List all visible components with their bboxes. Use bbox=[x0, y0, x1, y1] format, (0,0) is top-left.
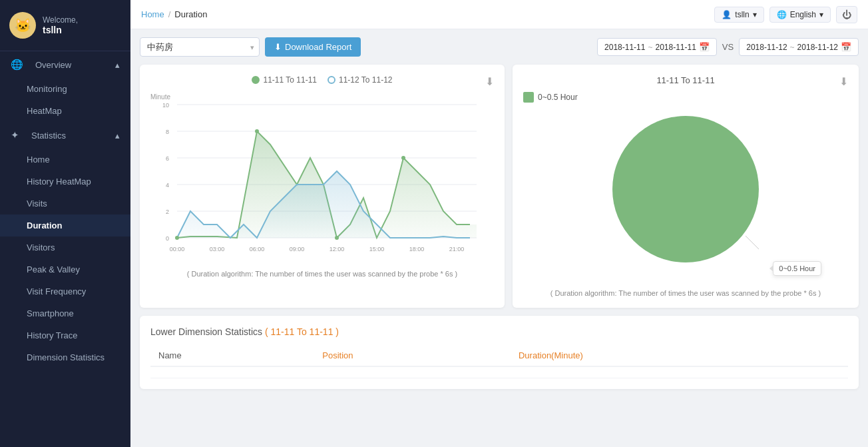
date-range-secondary[interactable]: 2018-11-12 ~ 2018-11-12 📅 bbox=[739, 38, 859, 56]
svg-text:00:00: 00:00 bbox=[170, 246, 185, 252]
sidebar-item-monitoring[interactable]: Monitoring bbox=[0, 78, 130, 100]
sidebar-item-visits[interactable]: Visits bbox=[0, 193, 130, 215]
toolbar-left: 中药房 ▾ ⬇ Download Report bbox=[140, 37, 361, 57]
table-cell-name bbox=[150, 366, 314, 378]
chevron-down-icon: ▾ bbox=[753, 10, 757, 19]
line-chart-container: Minute 10 8 6 4 2 0 bbox=[150, 91, 494, 264]
svg-text:6: 6 bbox=[166, 155, 169, 162]
svg-point-23 bbox=[175, 236, 179, 240]
power-button[interactable]: ⏻ bbox=[836, 6, 857, 23]
pie-tooltip: 0~0.5 Hour bbox=[773, 261, 821, 276]
data-table: Name Position Duration(Minute) bbox=[150, 345, 848, 378]
download-label: Download Report bbox=[285, 42, 351, 52]
chevron-up-icon: ▴ bbox=[115, 60, 120, 70]
location-select-wrapper: 中药房 ▾ bbox=[140, 37, 260, 57]
sidebar-item-dimension-statistics[interactable]: Dimension Statistics bbox=[0, 346, 130, 368]
legend-color-blue bbox=[327, 76, 335, 84]
toolbar-row: 中药房 ▾ ⬇ Download Report 2018-11-11 ~ 201… bbox=[140, 37, 859, 57]
pie-chart-download-button[interactable]: ⬇ bbox=[839, 75, 848, 88]
sidebar-item-history-heatmap[interactable]: History HeatMap bbox=[0, 171, 130, 193]
globe-icon: 🌐 bbox=[777, 10, 787, 19]
svg-text:10: 10 bbox=[162, 102, 169, 109]
sidebar: 🐱 Welcome, tslln 🌐 Overview ▴ Monitoring… bbox=[0, 0, 130, 447]
location-select[interactable]: 中药房 bbox=[140, 37, 260, 57]
col-header-duration: Duration(Minute) bbox=[511, 345, 848, 366]
nav-overview-group: 🌐 Overview ▴ Monitoring HeatMap bbox=[0, 51, 130, 122]
date2-end: 2018-11-12 bbox=[797, 43, 838, 52]
user-icon: 👤 bbox=[722, 10, 732, 19]
sidebar-item-history-trace[interactable]: History Trace bbox=[0, 324, 130, 346]
table-cell-position bbox=[314, 366, 511, 378]
legend-green: 11-11 To 11-11 bbox=[252, 75, 317, 85]
svg-text:15:00: 15:00 bbox=[369, 246, 385, 252]
line-chart-download-button[interactable]: ⬇ bbox=[485, 75, 494, 88]
table-row bbox=[150, 366, 848, 378]
stats-icon: ✦ bbox=[11, 129, 19, 141]
sidebar-user: 🐱 Welcome, tslln bbox=[0, 0, 130, 51]
table-title: Lower Dimension Statistics ( 11-11 To 11… bbox=[150, 326, 848, 337]
svg-text:0: 0 bbox=[166, 235, 169, 242]
svg-point-27 bbox=[612, 116, 759, 262]
toolbar-right: 2018-11-11 ~ 2018-11-11 📅 VS 2018-11-12 … bbox=[597, 38, 859, 56]
username: tslln bbox=[43, 25, 78, 35]
line-chart-svg: Minute 10 8 6 4 2 0 bbox=[150, 91, 477, 264]
col-header-name: Name bbox=[150, 345, 314, 366]
topbar-actions: 👤 tslln ▾ 🌐 English ▾ ⏻ bbox=[714, 6, 857, 23]
sidebar-item-statistics[interactable]: ✦ Statistics ▴ bbox=[0, 122, 130, 149]
download-icon: ⬇ bbox=[274, 42, 282, 52]
nav-statistics-group: ✦ Statistics ▴ Home History HeatMap Visi… bbox=[0, 122, 130, 368]
date-range-primary[interactable]: 2018-11-11 ~ 2018-11-11 📅 bbox=[597, 38, 717, 56]
svg-text:4: 4 bbox=[166, 182, 169, 189]
topbar: Home / Duration 👤 tslln ▾ 🌐 English ▾ ⏻ bbox=[130, 0, 868, 29]
table-section: Lower Dimension Statistics ( 11-11 To 11… bbox=[140, 316, 859, 389]
avatar: 🐱 bbox=[9, 12, 36, 39]
chevron-down-icon-lang: ▾ bbox=[819, 10, 823, 19]
chevron-up-icon-stats: ▴ bbox=[115, 131, 120, 141]
legend-green-label: 11-11 To 11-11 bbox=[263, 75, 317, 85]
pie-chart-title: 11-11 To 11-11 ⬇ bbox=[523, 75, 848, 85]
sidebar-item-visit-frequency[interactable]: Visit Frequency bbox=[0, 280, 130, 302]
svg-text:Minute: Minute bbox=[150, 93, 170, 101]
sidebar-item-visitors[interactable]: Visitors bbox=[0, 236, 130, 258]
language-button[interactable]: 🌐 English ▾ bbox=[769, 7, 831, 23]
svg-text:03:00: 03:00 bbox=[210, 246, 225, 252]
language-label: English bbox=[790, 10, 816, 19]
welcome-text: Welcome, bbox=[43, 15, 78, 25]
pie-legend-label: 0~0.5 Hour bbox=[538, 93, 578, 102]
svg-point-24 bbox=[255, 129, 259, 133]
col-header-position: Position bbox=[314, 345, 511, 366]
svg-text:09:00: 09:00 bbox=[290, 246, 305, 252]
breadcrumb: Home / Duration bbox=[141, 9, 207, 19]
charts-row: 11-11 To 11-11 11-12 To 11-12 ⬇ Minute bbox=[140, 65, 859, 308]
pie-legend: 0~0.5 Hour bbox=[523, 92, 848, 103]
svg-text:18:00: 18:00 bbox=[409, 246, 425, 252]
line-chart-note: ( Duration algorithm: The number of time… bbox=[150, 270, 494, 278]
pie-chart-card: 11-11 To 11-11 ⬇ 0~0.5 Hour 0~0.5 Hour bbox=[513, 65, 859, 308]
username-label: tslln bbox=[735, 10, 749, 19]
pie-chart-note: ( Duration algorithm: The number of time… bbox=[523, 289, 848, 297]
sidebar-item-duration[interactable]: Duration bbox=[0, 215, 130, 236]
date1-end: 2018-11-11 bbox=[655, 43, 696, 52]
pie-container: 0~0.5 Hour bbox=[523, 109, 848, 282]
breadcrumb-current: Duration bbox=[174, 9, 207, 19]
sidebar-item-smartphone[interactable]: Smartphone bbox=[0, 302, 130, 324]
sidebar-item-overview[interactable]: 🌐 Overview ▴ bbox=[0, 51, 130, 78]
date1-start: 2018-11-11 bbox=[604, 43, 645, 52]
svg-text:8: 8 bbox=[166, 129, 169, 135]
pie-chart-svg bbox=[579, 109, 792, 282]
download-report-button[interactable]: ⬇ Download Report bbox=[265, 37, 361, 57]
date2-start: 2018-11-12 bbox=[746, 43, 787, 52]
table-title-date: ( 11-11 To 11-11 ) bbox=[265, 326, 339, 337]
sidebar-item-heatmap[interactable]: HeatMap bbox=[0, 100, 130, 122]
user-menu-button[interactable]: 👤 tslln ▾ bbox=[714, 7, 763, 23]
chart-legend: 11-11 To 11-11 11-12 To 11-12 ⬇ bbox=[150, 75, 494, 85]
sidebar-item-stats-home[interactable]: Home bbox=[0, 149, 130, 171]
breadcrumb-home[interactable]: Home bbox=[141, 9, 164, 19]
vs-label: VS bbox=[722, 42, 734, 52]
page-body: 中药房 ▾ ⬇ Download Report 2018-11-11 ~ 201… bbox=[130, 29, 868, 447]
line-chart-card: 11-11 To 11-11 11-12 To 11-12 ⬇ Minute bbox=[140, 65, 505, 308]
sidebar-item-peak-valley[interactable]: Peak & Valley bbox=[0, 258, 130, 280]
table-cell-duration bbox=[511, 366, 848, 378]
breadcrumb-separator: / bbox=[168, 9, 171, 19]
calendar-icon-2: 📅 bbox=[841, 42, 851, 52]
